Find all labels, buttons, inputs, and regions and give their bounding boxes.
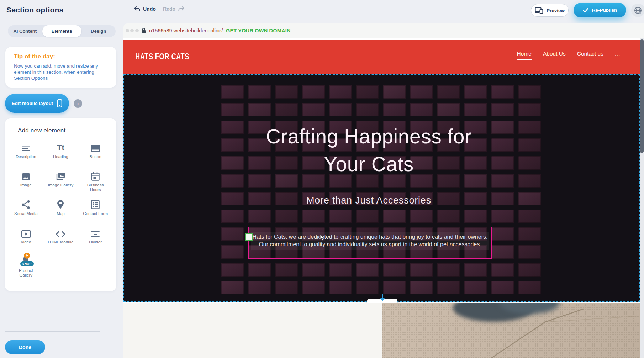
hero-heading[interactable]: Crafting Happiness for Your Cats — [248, 122, 490, 178]
hero-tile — [329, 281, 352, 294]
tip-title: Tip of the day: — [14, 53, 55, 60]
hero-tile — [491, 192, 514, 205]
hero-tile — [329, 103, 352, 116]
hero-tile — [464, 263, 487, 277]
hero-tile — [518, 85, 541, 99]
hero-tile — [221, 174, 244, 188]
next-section-left[interactable] — [123, 303, 382, 358]
element-video[interactable]: Video — [11, 227, 41, 256]
undo-button[interactable]: Undo — [134, 6, 156, 12]
lock-icon — [141, 28, 146, 34]
preview-label: Preview — [547, 8, 565, 13]
element-html-module[interactable]: HTML Module — [45, 227, 76, 256]
hero-tile — [491, 245, 514, 259]
nav-more-icon[interactable]: ... — [615, 51, 621, 59]
element-contact-form[interactable]: Contact Form — [80, 199, 111, 227]
hero-section-selected[interactable]: Crafting Happiness for Your Cats More th… — [123, 74, 640, 302]
browser-bar: n1566589.websitebuilder.online/ GET YOUR… — [123, 23, 644, 38]
hero-paragraph[interactable]: Hats for Cats, we are dedicated to craft… — [252, 233, 488, 248]
paragraph-selection-box[interactable]: Hats for Cats, we are dedicated to craft… — [248, 227, 492, 259]
info-icon[interactable]: i — [74, 99, 82, 108]
edit-mobile-layout-button[interactable]: Edit mobile layout — [5, 94, 69, 113]
hero-tile — [248, 103, 271, 116]
site-nav: Home About Us Contact us ... — [517, 51, 621, 60]
hero-tile — [437, 210, 460, 223]
hero-tile — [329, 210, 352, 223]
add-element-grid: Description Tt Heading Button Image Imag… — [9, 142, 113, 284]
button-icon — [90, 142, 100, 152]
element-image[interactable]: Image — [11, 170, 41, 199]
scrollbar-thumb[interactable] — [640, 39, 644, 153]
hero-tile — [248, 281, 271, 294]
hero-tile — [356, 263, 379, 277]
hero-tile — [275, 281, 298, 294]
add-element-title: Add new element — [18, 127, 65, 134]
hero-tile — [491, 121, 514, 134]
floor-seams — [382, 303, 640, 358]
hero-tile — [329, 85, 352, 99]
hero-tile — [464, 210, 487, 223]
heading-icon: Tt — [57, 142, 64, 152]
hero-tile — [329, 263, 352, 277]
hero-tile — [221, 227, 244, 241]
hero-tile — [491, 281, 514, 294]
element-map[interactable]: Map — [45, 199, 76, 227]
tip-body: Now you can add, move and resize any ele… — [14, 63, 109, 81]
element-divider[interactable]: Divider — [80, 227, 111, 256]
hero-tile — [518, 281, 541, 294]
hero-tile — [410, 263, 433, 277]
site-logo[interactable]: HATS FOR CATS — [135, 52, 189, 62]
nav-item-contact[interactable]: Contact us — [577, 51, 603, 60]
edit-mobile-layout-label: Edit mobile layout — [12, 101, 53, 106]
undo-label: Undo — [143, 6, 156, 12]
product-gallery-icon: SHOP — [18, 256, 34, 266]
hero-tile — [491, 138, 514, 152]
get-domain-link[interactable]: GET YOUR OWN DOMAIN — [226, 23, 291, 38]
hero-tile — [383, 103, 406, 116]
element-button[interactable]: Button — [80, 142, 111, 170]
preview-button[interactable]: Preview — [531, 4, 569, 17]
republish-button[interactable]: Re-Publish — [574, 3, 626, 17]
element-description[interactable]: Description — [11, 142, 41, 170]
element-business-hours[interactable]: Business Hours — [80, 170, 111, 199]
hero-subheading[interactable]: More than Just Accessories — [248, 195, 490, 206]
drag-handle[interactable] — [245, 233, 253, 241]
tab-ai-content[interactable]: AI Content — [8, 25, 42, 37]
calendar-icon — [91, 170, 100, 181]
language-globe-button[interactable] — [631, 4, 644, 17]
hero-tile — [221, 263, 244, 277]
element-image-gallery[interactable]: Image Gallery — [45, 170, 76, 199]
tab-elements[interactable]: Elements — [42, 25, 81, 37]
tab-design[interactable]: Design — [81, 25, 116, 37]
redo-button[interactable]: Redo — [163, 6, 185, 12]
hero-tile — [491, 210, 514, 223]
done-button[interactable]: Done — [5, 340, 45, 354]
window-dot-1 — [126, 29, 129, 32]
site-url[interactable]: n1566589.websitebuilder.online/ — [149, 23, 223, 38]
hero-tile — [491, 85, 514, 99]
hero-tile — [464, 103, 487, 116]
hero-tile — [356, 103, 379, 116]
hero-tile — [302, 263, 325, 277]
hero-tile — [356, 85, 379, 99]
element-social-media[interactable]: Social Media — [11, 199, 41, 227]
hero-tile — [491, 103, 514, 116]
hero-tile — [518, 174, 541, 188]
hero-tile — [491, 156, 514, 170]
hero-tile — [302, 281, 325, 294]
hero-tile — [221, 210, 244, 223]
hero-tile — [518, 138, 541, 152]
hero-tile — [518, 121, 541, 134]
nav-item-about[interactable]: About Us — [543, 51, 566, 60]
nav-item-home[interactable]: Home — [517, 51, 532, 60]
element-product-gallery[interactable]: SHOP Product Gallery — [11, 256, 41, 284]
hero-tile — [302, 210, 325, 223]
video-icon — [21, 227, 31, 238]
next-section-floor-image[interactable] — [382, 303, 640, 358]
hero-tile — [383, 263, 406, 277]
element-heading[interactable]: Tt Heading — [45, 142, 76, 170]
hero-tile — [275, 263, 298, 277]
hero-tile — [518, 263, 541, 277]
hero-tile — [437, 263, 460, 277]
page-scrollbar[interactable] — [640, 38, 644, 358]
